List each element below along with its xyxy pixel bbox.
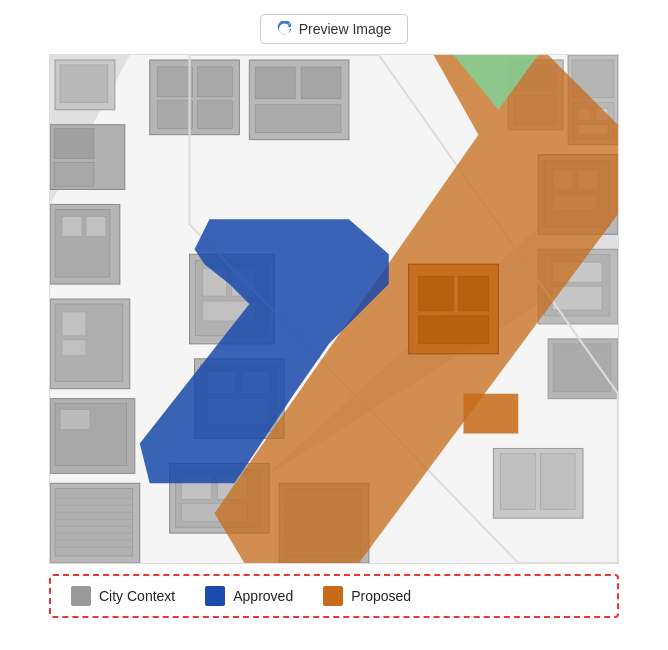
refresh-icon — [277, 21, 293, 37]
svg-rect-4 — [60, 65, 108, 103]
svg-rect-33 — [198, 101, 233, 129]
city-context-label: City Context — [99, 588, 175, 604]
svg-rect-36 — [301, 67, 341, 99]
svg-rect-86 — [419, 276, 454, 311]
approved-swatch — [205, 586, 225, 606]
svg-rect-35 — [255, 67, 295, 99]
svg-rect-88 — [419, 316, 489, 344]
svg-rect-18 — [60, 410, 90, 430]
proposed-label: Proposed — [351, 588, 411, 604]
proposed-swatch — [323, 586, 343, 606]
approved-label: Approved — [233, 588, 293, 604]
svg-rect-59 — [500, 453, 535, 509]
preview-button-label: Preview Image — [299, 21, 392, 37]
svg-rect-10 — [62, 216, 82, 236]
svg-rect-30 — [158, 67, 193, 97]
svg-rect-11 — [86, 216, 106, 236]
top-bar: Preview Image — [0, 0, 668, 54]
map-svg — [50, 55, 618, 563]
legend-item-city-context: City Context — [71, 586, 175, 606]
preview-button[interactable]: Preview Image — [260, 14, 409, 44]
svg-rect-87 — [459, 276, 489, 311]
proposed-extra — [463, 394, 518, 434]
svg-rect-32 — [158, 101, 193, 129]
legend-container: City Context Approved Proposed — [49, 574, 619, 618]
city-context-swatch — [71, 586, 91, 606]
legend-item-proposed: Proposed — [323, 586, 411, 606]
legend-item-approved: Approved — [205, 586, 293, 606]
svg-rect-31 — [198, 67, 233, 97]
svg-rect-60 — [540, 453, 575, 509]
svg-rect-6 — [54, 129, 94, 159]
map-container — [49, 54, 619, 564]
svg-rect-57 — [553, 344, 611, 392]
svg-rect-14 — [62, 312, 86, 336]
svg-rect-7 — [54, 163, 94, 187]
svg-rect-37 — [255, 105, 341, 133]
svg-rect-15 — [62, 340, 86, 356]
